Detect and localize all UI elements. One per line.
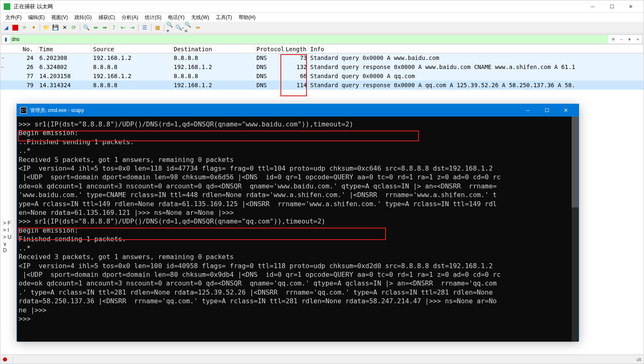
zoom-in-icon[interactable]: 🔍+ <box>166 24 175 32</box>
cell-info: Standard query response 0x0000 A www.bai… <box>309 63 644 71</box>
col-header-length[interactable]: Length <box>282 45 309 53</box>
packet-rows: → 24 6.202308 192.168.1.2 8.8.8.8 DNS 73… <box>0 53 644 90</box>
packet-row[interactable]: 77 14.203158 192.168.1.2 8.8.8.8 DNS 66 … <box>0 71 644 81</box>
cell-time: 6.202308 <box>38 54 91 62</box>
cmd-maximize-button[interactable]: ☐ <box>537 104 556 117</box>
cell-no: 77 <box>0 72 38 80</box>
colorize-icon[interactable]: ▦ <box>153 24 162 32</box>
status-right: ult <box>636 357 641 362</box>
packet-row[interactable]: → 24 6.202308 192.168.1.2 8.8.8.8 DNS 73… <box>0 53 644 62</box>
col-header-no[interactable]: No. <box>0 45 38 53</box>
start-capture-icon[interactable]: ◢ <box>2 24 10 32</box>
cmd-window: C:\ 管理员: cmd.exe - scapy ─ ☐ ✕ >>> sr1(I… <box>17 104 579 341</box>
menu-file[interactable]: 文件(F) <box>2 13 25 22</box>
menu-analyze[interactable]: 分析(A) <box>118 13 141 22</box>
packet-row[interactable]: 79 14.314324 8.8.8.8 192.168.1.2 DNS 114… <box>0 81 644 90</box>
tree-item[interactable]: > U <box>1 233 14 240</box>
separator <box>138 24 139 31</box>
cell-time: 14.314324 <box>38 81 91 89</box>
go-last-icon[interactable]: ⇥ <box>128 24 136 32</box>
col-header-source[interactable]: Source <box>91 45 172 53</box>
cell-dst: 192.168.1.2 <box>172 63 255 71</box>
cmd-titlebar[interactable]: C:\ 管理员: cmd.exe - scapy ─ ☐ ✕ <box>17 104 579 117</box>
zoom-out-icon[interactable]: 🔍- <box>175 24 184 32</box>
cell-dst: 192.168.1.2 <box>172 81 255 89</box>
go-forward-icon[interactable]: ➡ <box>101 24 109 32</box>
menu-view[interactable]: 视图(V) <box>48 13 71 22</box>
cmd-close-button[interactable]: ✕ <box>556 104 575 117</box>
filter-clear-icon[interactable]: ✕ <box>609 36 617 43</box>
cell-dst: 8.8.8.8 <box>172 54 255 62</box>
separator <box>151 24 151 31</box>
cell-info: Standard query response 0x0000 A qq.com … <box>309 81 644 89</box>
wireshark-app-icon <box>4 3 10 10</box>
save-file-icon[interactable]: 💾 <box>51 24 60 32</box>
menu-go[interactable]: 跳转(G) <box>71 13 95 22</box>
col-header-protocol[interactable]: Protocol <box>255 45 282 53</box>
minimize-button[interactable]: ─ <box>583 0 602 13</box>
cell-proto: DNS <box>255 54 282 62</box>
reload-icon[interactable]: ⟳ <box>69 24 78 32</box>
cell-proto: DNS <box>255 72 282 80</box>
cell-src: 8.8.8.8 <box>91 63 172 71</box>
autoscroll-icon[interactable]: ☰ <box>141 24 149 32</box>
response-arrow-icon: ← <box>1 64 4 70</box>
menu-capture[interactable]: 捕获(C) <box>95 13 119 22</box>
col-header-info[interactable]: Info <box>309 45 644 53</box>
restart-capture-icon[interactable]: ⟳ <box>20 24 29 32</box>
tree-item[interactable]: > I <box>1 226 14 233</box>
packet-row[interactable]: ← 26 6.324802 8.8.8.8 192.168.1.2 DNS 13… <box>0 62 644 71</box>
filter-dropdown-icon[interactable]: ▾ <box>626 36 633 43</box>
cell-no: 26 <box>0 63 38 71</box>
cmd-scrollbar-thumb[interactable] <box>572 117 579 207</box>
menu-edit[interactable]: 编辑(E) <box>25 13 48 22</box>
menu-telephony[interactable]: 电话(Y) <box>165 13 188 22</box>
go-first-icon[interactable]: ⇤ <box>119 24 127 32</box>
recording-indicator-icon <box>3 357 7 362</box>
col-header-destination[interactable]: Destination <box>172 45 255 53</box>
resize-columns-icon[interactable]: ⇹ <box>194 24 202 32</box>
cell-src: 192.168.1.2 <box>91 54 172 62</box>
filter-add-icon[interactable]: + <box>634 36 642 43</box>
go-to-packet-icon[interactable]: ⤴ <box>110 24 118 32</box>
display-filter-input[interactable] <box>10 35 608 43</box>
display-filter-bar: ▮ ✕ → ▾ + <box>1 34 643 44</box>
filter-apply-icon[interactable]: → <box>618 36 625 43</box>
cmd-body[interactable]: >>> sr1(IP(dst="8.8.8.8")/UDP()/DNS(rd=1… <box>17 117 579 342</box>
find-icon[interactable]: 🔍 <box>82 24 91 32</box>
cell-len: 114 <box>282 81 309 89</box>
open-file-icon[interactable]: 📁 <box>42 24 50 32</box>
menu-help[interactable]: 帮助(H) <box>235 13 259 22</box>
col-header-time[interactable]: Time <box>38 45 91 53</box>
packet-list: No. Time Source Destination Protocol Len… <box>0 45 644 90</box>
tree-item[interactable]: > F <box>1 219 14 226</box>
request-arrow-icon: → <box>1 55 4 61</box>
cell-src: 192.168.1.2 <box>91 72 172 80</box>
statusbar: ult <box>0 354 644 364</box>
cmd-scrollbar[interactable] <box>572 117 579 342</box>
menu-statistics[interactable]: 统计(S) <box>141 13 165 22</box>
menu-tools[interactable]: 工具(T) <box>213 13 235 22</box>
maximize-button[interactable]: ☐ <box>602 0 621 13</box>
tree-item[interactable]: ∨ D <box>1 240 14 254</box>
cell-no: 79 <box>0 81 38 89</box>
separator <box>13 357 13 362</box>
wireshark-titlebar: 正在捕获 以太网 ─ ☐ ✕ <box>0 0 644 13</box>
cell-time: 14.203158 <box>38 72 91 80</box>
packet-details-tree: > F > I > U ∨ D <box>1 219 14 254</box>
cell-proto: DNS <box>255 63 282 71</box>
window-title: 正在捕获 以太网 <box>14 3 583 10</box>
cmd-minimize-button[interactable]: ─ <box>518 104 537 117</box>
toolbar: ◢ ⟳ ✦ 📁 💾 ✕ ⟳ 🔍 ⬅ ➡ ⤴ ⇤ ⇥ ☰ ▦ 🔍+ 🔍- 🔍= ⇹ <box>0 22 644 33</box>
filter-bookmark-icon[interactable]: ▮ <box>2 36 10 42</box>
separator <box>80 24 80 31</box>
capture-options-icon[interactable]: ✦ <box>29 24 38 32</box>
menu-wireless[interactable]: 无线(W) <box>188 13 212 22</box>
cell-info: Standard query 0x0000 A qq.com <box>309 72 644 80</box>
stop-capture-icon[interactable] <box>11 24 19 32</box>
go-back-icon[interactable]: ⬅ <box>91 24 100 32</box>
cell-proto: DNS <box>255 81 282 89</box>
close-file-icon[interactable]: ✕ <box>60 24 69 32</box>
close-button[interactable]: ✕ <box>621 0 640 13</box>
zoom-reset-icon[interactable]: 🔍= <box>184 24 193 32</box>
